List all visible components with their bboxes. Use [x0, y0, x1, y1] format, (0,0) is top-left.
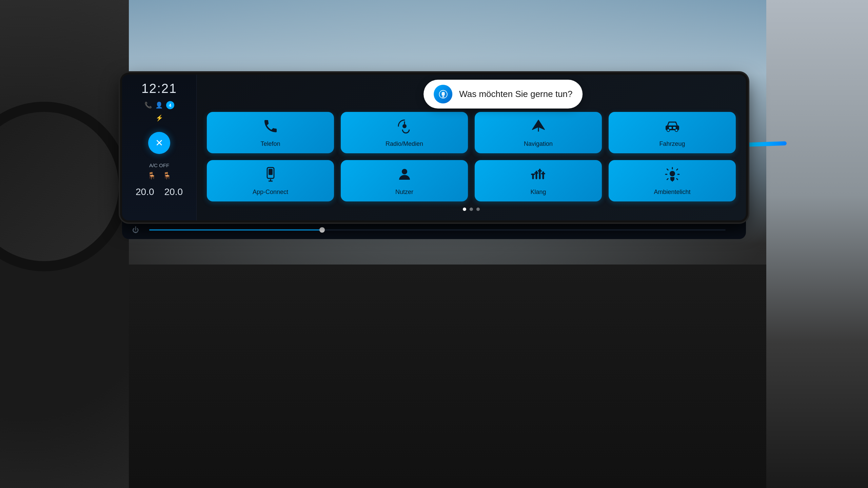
screen-content: 12:21 📞 👤 4 ⚡ ✕ A/C OFF 🪑 🪑 20.0 20.0 [122, 75, 746, 220]
microphone-svg [438, 90, 448, 99]
seat-heat-right-icon: 🪑 [163, 172, 171, 180]
telefon-icon [262, 118, 279, 136]
close-icon: ✕ [155, 137, 163, 149]
notification-badge: 4 [166, 101, 174, 109]
app-connect-label: App-Connect [253, 189, 288, 196]
fahrzeug-icon [664, 118, 680, 136]
page-dot-3[interactable] [476, 208, 480, 211]
app-grid: Telefon Radio/Medien [207, 112, 736, 205]
app-tile-ambientelicht[interactable]: Ambientelicht [609, 160, 736, 201]
radio-icon [396, 118, 413, 136]
app-tile-nutzer[interactable]: Nutzer [341, 160, 468, 201]
fahrzeug-label: Fahrzeug [659, 140, 685, 148]
app-tile-navigation[interactable]: Navigation [475, 112, 602, 153]
svg-point-8 [675, 129, 678, 132]
svg-point-7 [667, 129, 670, 132]
temp-left: 20.0 [136, 187, 154, 197]
app-tile-fahrzeug[interactable]: Fahrzeug [609, 112, 736, 153]
telefon-label: Telefon [260, 140, 280, 148]
svg-point-24 [670, 171, 675, 176]
page-dot-1[interactable] [463, 208, 466, 211]
page-dot-2[interactable] [470, 208, 473, 211]
infotainment-screen: 12:21 📞 👤 4 ⚡ ✕ A/C OFF 🪑 🪑 20.0 20.0 [122, 75, 746, 220]
seat-heat-left-icon: 🪑 [147, 172, 156, 180]
app-tile-klang[interactable]: Klang [475, 160, 602, 201]
time-display: 12:21 [141, 81, 177, 96]
nutzer-icon [396, 166, 413, 184]
volume-slider-thumb [319, 227, 325, 233]
navigation-icon [530, 118, 547, 136]
svg-rect-10 [673, 127, 676, 129]
main-app-area: Was möchten Sie gerne tun? Telefon [197, 75, 746, 220]
wireless-charging-icon: ⚡ [156, 114, 163, 122]
steering-wheel-area [0, 0, 129, 488]
app-tile-radio-medien[interactable]: Radio/Medien [341, 112, 468, 153]
people-icon: 👤 [155, 101, 163, 109]
status-icons-row: 📞 👤 4 [144, 101, 174, 109]
voice-assistant-bubble[interactable]: Was möchten Sie gerne tun? [423, 80, 583, 109]
right-dashboard [766, 0, 868, 488]
volume-slider-fill [149, 229, 322, 231]
ac-status-label: A/C OFF [149, 162, 169, 168]
page-indicator [207, 205, 736, 214]
svg-point-15 [402, 169, 407, 174]
climate-panel: 12:21 📞 👤 4 ⚡ ✕ A/C OFF 🪑 🪑 20.0 20.0 [122, 75, 197, 220]
lower-dashboard: ASSIST CLIMA [0, 265, 868, 488]
close-button[interactable]: ✕ [148, 132, 170, 154]
app-tile-telefon[interactable]: Telefon [207, 112, 334, 153]
app-tile-app-connect[interactable]: App-Connect [207, 160, 334, 201]
bottom-control-bar: ⏻ [122, 220, 746, 239]
radio-medien-label: Radio/Medien [386, 140, 423, 148]
phone-status-icon: 📞 [144, 101, 152, 109]
ambientelicht-label: Ambientelicht [654, 189, 690, 196]
app-connect-icon [262, 166, 279, 184]
klang-label: Klang [530, 189, 546, 196]
wireless-charging-row: ⚡ [156, 114, 163, 122]
temperature-row: 20.0 20.0 [136, 187, 183, 197]
steering-wheel [0, 102, 129, 271]
nutzer-label: Nutzer [395, 189, 413, 196]
seat-heat-icons: 🪑 🪑 [147, 172, 171, 180]
voice-assistant-icon [434, 85, 452, 103]
power-button[interactable]: ⏻ [132, 226, 139, 234]
svg-rect-9 [669, 127, 672, 129]
voice-prompt-text: Was möchten Sie gerne tun? [459, 89, 572, 99]
volume-slider[interactable] [149, 229, 726, 231]
navigation-label: Navigation [524, 140, 553, 148]
svg-rect-12 [269, 169, 273, 175]
temp-right: 20.0 [164, 187, 183, 197]
ambientelicht-icon [664, 166, 680, 184]
klang-icon [530, 166, 547, 184]
